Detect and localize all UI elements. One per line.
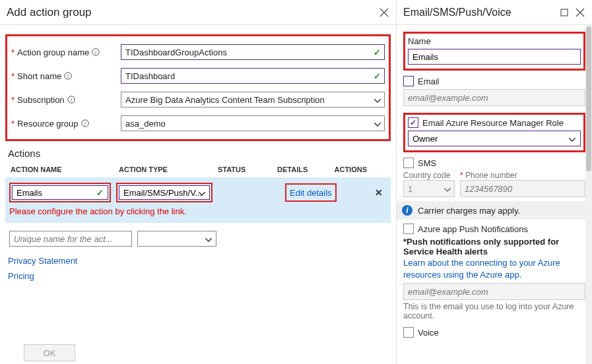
push-checkbox[interactable] bbox=[403, 224, 414, 234]
actions-heading: Actions bbox=[8, 148, 391, 159]
required-fields-highlight: * Action group name i ✓ * Short name i bbox=[5, 34, 391, 141]
email-label: Email bbox=[418, 76, 440, 86]
privacy-statement-link[interactable]: Privacy Statement bbox=[8, 256, 391, 266]
action-name-input[interactable]: Emails ✓ bbox=[12, 185, 108, 200]
sms-checkbox[interactable] bbox=[403, 158, 414, 168]
chevron-down-icon bbox=[205, 233, 212, 245]
arm-role-checkbox[interactable]: ✓ bbox=[408, 117, 418, 128]
col-action-type: ACTION TYPE bbox=[119, 166, 218, 173]
phone-number-input[interactable] bbox=[460, 180, 585, 197]
svg-text:i: i bbox=[84, 121, 86, 127]
chevron-down-icon bbox=[444, 183, 451, 195]
scrollbar[interactable] bbox=[585, 25, 592, 364]
info-icon[interactable]: i bbox=[92, 48, 100, 56]
arm-role-select[interactable]: Owner bbox=[408, 131, 581, 146]
chevron-down-icon bbox=[199, 188, 205, 198]
push-hint: This is the email you use to log into yo… bbox=[403, 302, 585, 320]
voice-checkbox[interactable] bbox=[403, 327, 414, 338]
check-icon: ✓ bbox=[374, 71, 381, 81]
email-checkbox[interactable] bbox=[403, 76, 414, 86]
add-action-group-panel: Add action group * Action group name i ✓… bbox=[0, 0, 397, 364]
new-action-name-input[interactable] bbox=[9, 231, 132, 247]
right-panel-header: Email/SMS/Push/Voice bbox=[397, 0, 592, 25]
action-type-select[interactable]: Email/SMS/Push/V... bbox=[119, 185, 210, 200]
name-label: Name bbox=[408, 36, 581, 46]
arm-role-value: Owner bbox=[412, 134, 438, 144]
pricing-link[interactable]: Pricing bbox=[8, 271, 391, 281]
arm-role-highlight-box: ✓ Email Azure Resource Manager Role Owne… bbox=[403, 113, 585, 152]
col-details: DETAILS bbox=[277, 166, 327, 173]
restore-icon[interactable] bbox=[559, 7, 570, 18]
push-label: Azure app Push Notifications bbox=[418, 224, 528, 234]
resource-group-value: asa_demo bbox=[125, 119, 166, 129]
new-action-type-select[interactable] bbox=[137, 231, 216, 247]
action-group-name-input[interactable] bbox=[121, 44, 385, 60]
short-name-label: Short name bbox=[17, 71, 61, 81]
required-star: * bbox=[11, 47, 15, 57]
remove-action-icon[interactable]: ✕ bbox=[371, 187, 387, 198]
chevron-down-icon bbox=[569, 133, 576, 144]
email-sms-push-voice-panel: Email/SMS/Push/Voice Name Email ✓ Email … bbox=[397, 0, 592, 364]
close-icon[interactable] bbox=[379, 7, 389, 18]
svg-rect-8 bbox=[561, 9, 568, 16]
required-star: * bbox=[460, 171, 463, 180]
check-icon: ✓ bbox=[96, 188, 104, 198]
action-row-highlighted: Emails ✓ Email/SMS/Push/V... Edit detail… bbox=[5, 177, 391, 223]
info-icon[interactable]: i bbox=[64, 72, 72, 80]
scrollbar-thumb[interactable] bbox=[586, 26, 591, 171]
country-code-value: 1 bbox=[408, 184, 412, 194]
carrier-info-bar: i Carrier charges may apply. bbox=[397, 201, 592, 220]
email-input[interactable] bbox=[403, 89, 585, 106]
short-name-input[interactable] bbox=[121, 68, 385, 84]
svg-text:i: i bbox=[95, 49, 96, 55]
arm-role-label: Email Azure Resource Manager Role bbox=[422, 118, 564, 128]
country-code-label: Country code bbox=[403, 171, 455, 180]
info-icon[interactable]: i bbox=[81, 119, 89, 127]
left-panel-title: Add action group bbox=[7, 6, 374, 19]
required-star: * bbox=[11, 95, 15, 105]
push-note: *Push notifications only supported for S… bbox=[403, 237, 585, 257]
info-icon: i bbox=[402, 205, 412, 216]
phone-number-label: Phone number bbox=[465, 171, 517, 180]
push-email-input[interactable] bbox=[403, 283, 585, 300]
action-name-value: Emails bbox=[16, 188, 42, 198]
required-star: * bbox=[11, 119, 15, 129]
close-icon[interactable] bbox=[575, 7, 585, 18]
name-highlight-box: Name bbox=[403, 32, 585, 71]
col-status: STATUS bbox=[218, 166, 277, 173]
info-icon[interactable]: i bbox=[67, 96, 75, 104]
col-actions: ACTIONS bbox=[327, 166, 367, 173]
svg-text:i: i bbox=[67, 73, 69, 79]
col-action-name: ACTION NAME bbox=[8, 166, 119, 173]
sms-label: SMS bbox=[418, 158, 436, 168]
subscription-label: Subscription bbox=[17, 95, 65, 105]
new-action-row bbox=[5, 223, 391, 255]
resource-group-select[interactable]: asa_demo bbox=[121, 115, 385, 131]
carrier-message: Carrier charges may apply. bbox=[418, 206, 520, 216]
check-icon: ✓ bbox=[374, 47, 381, 57]
required-star: * bbox=[11, 71, 15, 81]
actions-table-header: ACTION NAME ACTION TYPE STATUS DETAILS A… bbox=[5, 163, 391, 176]
subscription-value: Azure Big Data Analytics Content Team Su… bbox=[125, 95, 325, 105]
ok-button[interactable]: OK bbox=[24, 344, 75, 361]
action-type-value: Email/SMS/Push/V... bbox=[123, 188, 202, 198]
voice-label: Voice bbox=[418, 328, 439, 338]
push-learn-link[interactable]: Learn about the connecting to your Azure… bbox=[403, 258, 560, 280]
action-group-name-label: Action group name bbox=[17, 47, 89, 57]
svg-text:i: i bbox=[71, 97, 72, 103]
edit-details-link[interactable]: Edit details bbox=[290, 188, 332, 198]
subscription-select[interactable]: Azure Big Data Analytics Content Team Su… bbox=[121, 92, 385, 107]
resource-group-label: Resource group bbox=[17, 119, 79, 129]
name-input[interactable] bbox=[408, 49, 581, 65]
left-panel-header: Add action group bbox=[0, 0, 396, 25]
right-panel-title: Email/SMS/Push/Voice bbox=[403, 7, 554, 18]
configure-warning: Please configure the action by clicking … bbox=[9, 206, 387, 216]
